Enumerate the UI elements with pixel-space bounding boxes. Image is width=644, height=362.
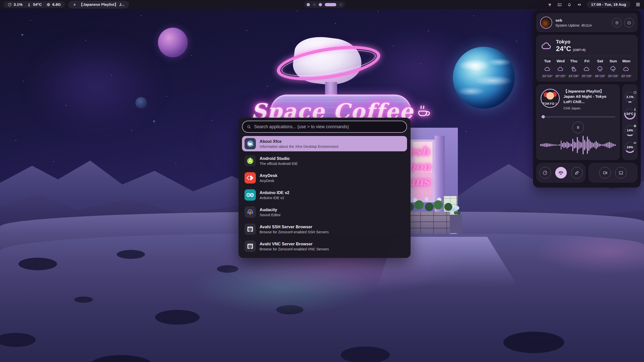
system-tray: 17:09 - Tue, 19 Aug (547, 1, 640, 8)
stat-value: 6.8G (52, 2, 61, 7)
workspace-dot[interactable] (325, 3, 336, 6)
album-art: TOKYO L (541, 89, 560, 108)
system-stat: 54°C (27, 2, 42, 7)
system-gauge: 24% (624, 141, 636, 153)
app-list-item[interactable]: About Xfce Information about the Xfce De… (242, 136, 407, 151)
app-name: AnyDesk (260, 173, 277, 178)
album-art-label: TOKYO L (541, 102, 559, 106)
workspace-switcher (304, 1, 345, 8)
forecast-day-label: Sat (593, 59, 607, 63)
earth-planet (453, 47, 515, 109)
power-button[interactable] (624, 18, 634, 27)
track-subtitle: Chill Japan. (564, 106, 615, 110)
workspace-dot[interactable] (307, 3, 310, 6)
anydesk-icon (245, 172, 256, 184)
chip-icon (46, 3, 51, 7)
search-input[interactable] (254, 124, 403, 129)
play-pause-button[interactable] (572, 122, 584, 133)
app-description: Browse for Zeroconf-enabled VNC Servers (260, 247, 329, 251)
pause-icon (73, 3, 76, 7)
track-title: 【Japanese Playlist】 Japan All Night - To… (564, 89, 615, 105)
app-list-item[interactable]: Avahi VNC Server Browser Browse for Zero… (242, 239, 407, 254)
power-profile-button[interactable] (555, 167, 567, 178)
clock-text: 17:09 - Tue, 19 Aug (591, 2, 626, 7)
capture-group (588, 163, 637, 183)
forecast-temps: 33°/24° (541, 74, 554, 78)
cloud-icon (557, 66, 564, 72)
wallpaper-icon[interactable] (557, 2, 562, 7)
app-launcher: About Xfce Information about the Xfce De… (238, 118, 411, 258)
pet-icon[interactable] (547, 2, 552, 7)
clock[interactable]: 17:09 - Tue, 19 Aug (587, 1, 630, 8)
media-player-widget: TOKYO L 【Japanese Playlist】 Japan All Ni… (536, 84, 620, 160)
thermometer-icon (27, 3, 31, 7)
audacity-icon (245, 206, 256, 218)
seek-bar[interactable] (541, 115, 615, 118)
app-description: Sound Editor (260, 213, 281, 217)
seek-track (541, 116, 615, 117)
forecast-day-label: Fri (580, 59, 593, 63)
neon-sign-fragment: oon (408, 161, 431, 172)
forecast-day: Sat 36°/26° (593, 59, 607, 78)
top-panel: 3.1% 54°C 6.8G 【Japanese Playlist】 J... … (0, 0, 644, 9)
window-neon-sign: eshoonans (408, 146, 431, 187)
settings-button[interactable] (612, 18, 622, 27)
system-stats-pill: 3.1% 54°C 6.8G (4, 1, 65, 8)
forecast-day-label: Tue (541, 59, 554, 63)
arduino-icon (245, 189, 256, 201)
weather-widget: Tokyo 24°C (GMT+9) Tue 33°/24° Wed (536, 35, 637, 81)
launcher-search-bar[interactable] (242, 121, 407, 133)
weather-city: Tokyo (556, 39, 586, 45)
power-icon (627, 20, 631, 25)
xfce-icon (245, 138, 256, 149)
gauge-icon (542, 170, 548, 175)
app-list-item[interactable]: Arduino IDE v2 Arduino IDE v2 (242, 187, 407, 203)
forecast-temps: 36°/26° (593, 74, 607, 78)
forecast-day: Thu 33°/26° (567, 59, 580, 78)
volume-icon[interactable] (577, 2, 582, 7)
gear-icon (615, 20, 619, 25)
power-profile-button[interactable] (571, 167, 583, 178)
thermometer-icon (632, 107, 637, 112)
cloud-icon (544, 66, 551, 72)
scales-icon (558, 170, 564, 175)
capture-button[interactable] (615, 167, 627, 178)
notifications-bell-icon[interactable] (567, 2, 572, 7)
forecast-day-label: Mon (620, 59, 633, 63)
app-name: About Xfce (260, 139, 338, 144)
divider (541, 56, 633, 56)
app-list-item[interactable]: Android Studio The official Android IDE (242, 153, 407, 168)
app-list-item[interactable]: Audacity Sound Editor (242, 204, 407, 220)
app-name: Arduino IDE v2 (260, 190, 289, 195)
screenshot-icon (618, 170, 624, 175)
app-list-item[interactable]: AnyDesk AnyDesk (242, 170, 407, 186)
nebula (30, 40, 161, 131)
app-name: Avahi VNC Server Browser (260, 241, 329, 247)
seek-knob[interactable] (542, 115, 545, 118)
overview-grid-icon[interactable] (635, 2, 640, 7)
now-playing-label: 【Japanese Playlist】 J... (79, 2, 125, 7)
forecast-day: Mon 33°/26° (620, 59, 633, 78)
rain-icon (597, 66, 603, 72)
workspace-dot[interactable] (313, 3, 316, 6)
app-list-item[interactable]: Avahi SSH Server Browser Browse for Zero… (242, 221, 407, 237)
stat-value: 54°C (33, 2, 42, 7)
leaf-icon (574, 170, 579, 175)
system-gauge: 14% (624, 124, 636, 137)
neon-sign-fragment: ans (408, 176, 431, 187)
system-stat: 3.1% (8, 2, 22, 7)
now-playing-pill[interactable]: 【Japanese Playlist】 J... (68, 1, 129, 8)
forecast-temps: 33°/26° (607, 74, 620, 78)
forecast-temps: 35°/26° (580, 74, 593, 78)
capture-button[interactable] (599, 167, 611, 178)
workspace-dot[interactable] (319, 3, 322, 6)
gauge-icon (632, 90, 637, 95)
forecast-temps: 33°/26° (567, 74, 580, 78)
workspace-dot[interactable] (339, 3, 342, 6)
power-profile-button[interactable] (539, 167, 551, 178)
forecast-day-label: Sun (607, 59, 620, 63)
cloud-icon (541, 40, 552, 52)
weather-timezone: (GMT+9) (573, 48, 585, 52)
audio-visualizer (540, 133, 616, 157)
forecast-day-label: Wed (554, 59, 567, 63)
